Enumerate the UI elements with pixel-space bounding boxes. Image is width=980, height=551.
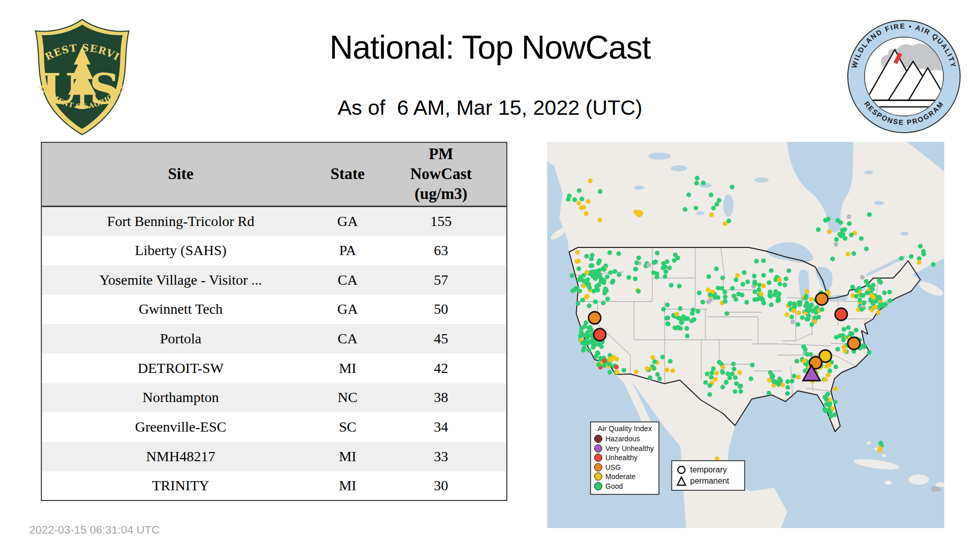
state-cell: MI — [320, 471, 376, 501]
monitor-dot — [859, 293, 863, 297]
monitor-dot — [859, 236, 864, 241]
monitor-dot — [804, 289, 809, 294]
monitor-dot — [605, 296, 610, 301]
monitor-dot — [731, 294, 736, 298]
monitor-dot — [918, 244, 923, 248]
monitor-dot — [730, 286, 734, 291]
monitor-dot — [593, 299, 598, 304]
monitor-dot — [772, 292, 777, 297]
monitor-dot — [660, 355, 665, 359]
monitor-dot — [614, 365, 619, 369]
page-title: National: Top NowCast — [0, 29, 980, 66]
legend-item-label: Unhealthy — [605, 454, 638, 462]
monitor-dot — [575, 259, 579, 264]
monitor-dot — [584, 211, 589, 216]
monitor-dot — [862, 343, 866, 347]
monitor-dot — [867, 212, 872, 217]
monitor-dot — [730, 371, 734, 376]
monitor-dot — [707, 392, 712, 397]
monitor-dot — [700, 300, 705, 305]
monitor-dot — [837, 232, 842, 237]
monitor-dot — [723, 290, 727, 294]
value-cell: 50 — [376, 295, 507, 324]
monitor-dot — [671, 368, 675, 373]
aqi-legend-items: HazardousVery UnhealthyUnhealthyUSGModer… — [594, 434, 655, 491]
monitor-dot — [935, 487, 939, 491]
monitor-dot — [803, 347, 807, 352]
monitor-dot — [714, 371, 719, 375]
monitor-dot — [834, 242, 838, 247]
monitor-dot — [809, 297, 814, 302]
legend-item-label: Good — [605, 482, 623, 490]
value-cell: 38 — [376, 383, 507, 413]
monitor-dot — [816, 315, 821, 319]
monitor-dot — [730, 185, 734, 189]
monitor-dot — [660, 266, 665, 270]
monitor-dot — [796, 311, 801, 315]
monitor-dot — [727, 375, 732, 380]
legend-item: Moderate — [594, 472, 655, 482]
monitor-dot — [648, 375, 652, 380]
monitor-dot — [711, 366, 716, 371]
monitor-dot — [841, 338, 846, 342]
monitor-dot — [701, 181, 705, 185]
monitor-dot — [570, 273, 574, 278]
monitor-dot — [617, 252, 621, 256]
monitor-dot — [822, 407, 827, 411]
monitor-dot — [842, 327, 846, 332]
monitor-dot — [909, 254, 914, 259]
monitor-dot — [790, 315, 794, 319]
monitor-dot — [792, 374, 796, 379]
site-cell: Portola — [41, 324, 320, 354]
monitor-dot — [692, 317, 696, 322]
monitor-dot — [636, 256, 641, 260]
monitor-dot — [834, 364, 838, 369]
monitor-dot — [854, 328, 859, 332]
col-header-site: Site — [41, 142, 320, 207]
monitor-dot — [847, 221, 851, 226]
monitor-dot — [685, 334, 690, 338]
state-cell: MI — [320, 442, 376, 471]
monitor-dot — [877, 296, 882, 300]
monitor-dot — [850, 331, 854, 336]
monitor-dot — [674, 325, 678, 330]
triangle-marker-icon — [676, 476, 687, 486]
monitor-dot — [576, 266, 581, 271]
monitor-dot — [646, 263, 651, 267]
monitor-dot — [726, 218, 731, 223]
col-header-state: State — [320, 142, 376, 207]
wfaqrp-ring-icon: WILDLAND FIRE • AIR QUALITY RESPONSE PRO… — [846, 18, 962, 135]
monitor-dot — [685, 316, 690, 321]
monitor-dot — [887, 290, 892, 294]
monitor-dot — [633, 267, 638, 271]
monitor-dot — [804, 352, 809, 357]
monitor-dot — [661, 307, 666, 312]
monitor-dot — [687, 192, 691, 197]
monitor-dot — [634, 369, 639, 374]
monitor-dot — [827, 230, 831, 234]
monitor-dot — [582, 339, 586, 344]
shape-legend-label: permanent — [690, 477, 729, 486]
site-cell: Yosemite Village - Visitor ... — [41, 265, 320, 295]
monitor-dot — [578, 334, 583, 338]
monitor-dot — [829, 414, 834, 418]
state-cell: CA — [320, 265, 376, 295]
monitor-dot — [792, 304, 797, 309]
monitor-dot — [767, 391, 771, 395]
monitor-dot — [864, 279, 869, 284]
monitor-dot — [602, 267, 606, 271]
monitor-dot — [684, 326, 689, 331]
monitor-dot — [795, 359, 799, 363]
monitor-dot — [617, 272, 621, 277]
monitor-dot — [717, 360, 722, 364]
top-site-marker — [589, 312, 601, 324]
monitor-dot — [867, 350, 871, 355]
shape-legend-item: temporary — [676, 464, 740, 475]
monitor-dot — [785, 312, 789, 317]
site-cell: Greenville-ESC — [41, 412, 320, 442]
monitor-dot — [574, 286, 578, 291]
shape-legend-label: temporary — [690, 465, 727, 474]
circle-marker-icon — [676, 465, 687, 475]
monitor-dot — [791, 308, 796, 313]
monitor-dot — [802, 359, 807, 363]
